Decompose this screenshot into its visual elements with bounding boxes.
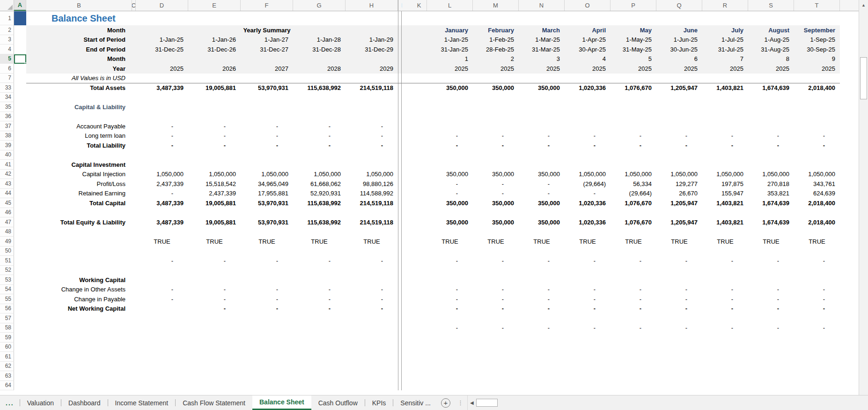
pane-split-divider[interactable] [398, 275, 402, 285]
pane-split-divider[interactable] [398, 198, 402, 208]
cell-F58[interactable] [241, 323, 293, 333]
cell-Q54[interactable]: - [656, 285, 702, 295]
cell-M50[interactable] [473, 246, 519, 256]
cell-G36[interactable] [293, 112, 346, 122]
cell-C5[interactable] [132, 54, 136, 64]
cell-E4[interactable]: 31-Dec-26 [188, 45, 241, 54]
cell-Q33[interactable]: 1,205,947 [656, 83, 702, 93]
cell-N62[interactable] [519, 362, 565, 372]
cell-S60[interactable] [748, 343, 794, 352]
row-header-1[interactable]: 1 [0, 11, 14, 25]
cell-D56[interactable] [136, 304, 188, 314]
cell-P62[interactable] [611, 362, 656, 372]
cell-N52[interactable] [519, 266, 565, 276]
row-label-B43[interactable]: Profit/Loss [26, 179, 132, 189]
cell-A6[interactable] [14, 64, 26, 74]
cell-O54[interactable]: - [565, 285, 611, 295]
cell-S46[interactable] [748, 208, 794, 218]
cell-M40[interactable] [473, 150, 519, 160]
cell-M3[interactable]: 1-Feb-25 [473, 35, 519, 45]
cell-N48[interactable] [519, 227, 565, 237]
cell-N55[interactable]: - [519, 294, 565, 304]
cell-E50[interactable] [188, 246, 241, 256]
cell-N51[interactable]: - [519, 256, 565, 266]
pane-split-divider[interactable] [398, 0, 402, 11]
cell-E7[interactable] [188, 74, 241, 83]
cell-R41[interactable] [702, 160, 748, 170]
cell-C62[interactable] [132, 362, 136, 372]
cell-I63[interactable] [402, 371, 427, 381]
cell-Q60[interactable] [656, 343, 702, 352]
cell-E52[interactable] [188, 266, 241, 276]
cell-M34[interactable] [473, 93, 519, 103]
cell-M43[interactable]: - [473, 179, 519, 189]
cell-A37[interactable] [14, 121, 26, 131]
cell-T51[interactable]: - [794, 256, 840, 266]
column-header-N[interactable]: N [519, 0, 565, 11]
cell-G52[interactable] [293, 266, 346, 276]
cell-S59[interactable] [748, 333, 794, 343]
cell-H59[interactable] [346, 333, 398, 343]
cell-M2[interactable]: February [473, 25, 519, 35]
cell-R38[interactable]: - [702, 131, 748, 141]
cell-R2[interactable]: July [702, 25, 748, 35]
cell-M46[interactable] [473, 208, 519, 218]
row-label-B4[interactable]: End of Period [26, 45, 132, 54]
cell-E46[interactable] [188, 208, 241, 218]
cell-D7[interactable] [136, 74, 188, 83]
cell-M56[interactable]: - [473, 304, 519, 314]
cell-L34[interactable] [427, 93, 473, 103]
cell-T34[interactable] [794, 93, 840, 103]
cell-A57[interactable] [14, 313, 26, 323]
cell-G54[interactable]: - [293, 285, 346, 295]
cell-P37[interactable] [611, 121, 656, 131]
cell-C4[interactable] [132, 45, 136, 54]
tab-dashboard[interactable]: Dashboard [61, 395, 108, 410]
cell-I52[interactable] [402, 266, 427, 276]
cell-H41[interactable] [346, 160, 398, 170]
cell-E43[interactable]: 15,518,542 [188, 179, 241, 189]
row-header-35[interactable]: 35 [0, 102, 14, 112]
cell-A47[interactable] [14, 217, 26, 227]
cell-I7[interactable] [402, 74, 427, 83]
cell-P38[interactable]: - [611, 131, 656, 141]
cell-H56[interactable]: - [346, 304, 398, 314]
cell-O2[interactable]: April [565, 25, 611, 35]
cell-E48[interactable] [188, 227, 241, 237]
cell-H62[interactable] [346, 362, 398, 372]
cell-L61[interactable] [427, 352, 473, 362]
cell-P64[interactable] [611, 381, 656, 391]
cell-H7[interactable] [346, 74, 398, 83]
cell-L47[interactable]: 350,000 [427, 217, 473, 227]
cell-A33[interactable] [14, 83, 26, 93]
cell-D44[interactable]: - [136, 189, 188, 199]
cell-S34[interactable] [748, 93, 794, 103]
cell-T55[interactable]: - [794, 294, 840, 304]
cell-S3[interactable]: 1-Aug-25 [748, 35, 794, 45]
cell-D59[interactable] [136, 333, 188, 343]
cell-N36[interactable] [519, 112, 565, 122]
cell-N61[interactable] [519, 352, 565, 362]
cell-E6[interactable]: 2026 [188, 64, 241, 74]
cell-H4[interactable]: 31-Dec-29 [346, 45, 398, 54]
cell-L6[interactable]: 2025 [427, 64, 473, 74]
cell-P6[interactable]: 2025 [611, 64, 656, 74]
cell-C7[interactable] [132, 74, 136, 83]
cell-I61[interactable] [402, 352, 427, 362]
row-label-B42[interactable]: Capital Injection [26, 170, 132, 179]
cell-M54[interactable]: - [473, 285, 519, 295]
cell-E3[interactable]: 1-Jan-26 [188, 35, 241, 45]
cell-A64[interactable] [14, 381, 26, 391]
cell-C39[interactable] [132, 141, 136, 150]
column-header-T[interactable]: T [794, 0, 840, 11]
cell-A48[interactable] [14, 227, 26, 237]
cell-Q43[interactable]: 129,277 [656, 179, 702, 189]
cell-T50[interactable] [794, 246, 840, 256]
row-header-33[interactable]: 33 [0, 83, 14, 93]
row-label-B52[interactable] [26, 266, 132, 276]
cell-N39[interactable]: - [519, 141, 565, 150]
cell-T43[interactable]: 343,761 [794, 179, 840, 189]
cell-S6[interactable]: 2025 [748, 64, 794, 74]
cell-R62[interactable] [702, 362, 748, 372]
cell-C51[interactable] [132, 256, 136, 266]
